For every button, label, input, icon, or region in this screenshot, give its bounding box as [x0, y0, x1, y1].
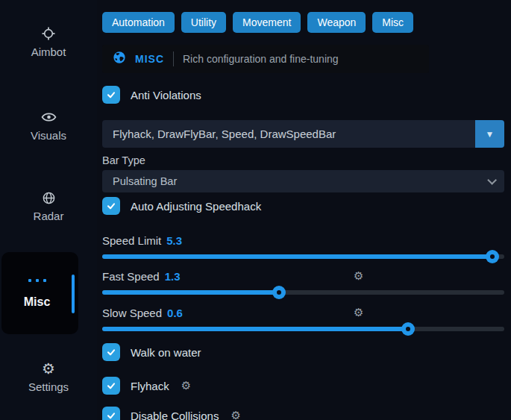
slider-value: 0.6: [167, 307, 183, 319]
ellipsis-icon: [1, 279, 72, 282]
slider-thumb[interactable]: [272, 286, 286, 299]
gear-icon[interactable]: ⚙: [181, 379, 191, 392]
category-tabs: Automation Utility Movement Weapon Misc: [102, 12, 504, 33]
gear-icon[interactable]: ⚙: [231, 409, 240, 420]
checkbox-label: Auto Adjusting Speedhack: [131, 200, 261, 213]
bar-type-label: Bar Type: [102, 154, 504, 166]
feature-multiselect: Flyhack, DrawFlyBar, Speed, DrawSpeedBar…: [102, 120, 504, 148]
slider-fill: [102, 254, 492, 259]
active-indicator-bar: [72, 275, 75, 313]
tab-weapon[interactable]: Weapon: [307, 12, 366, 33]
anti-violations-checkbox[interactable]: [102, 86, 120, 104]
sidebar-item-label: Settings: [0, 380, 97, 393]
speed-limit-slider[interactable]: [102, 254, 504, 259]
fast-speed-slider[interactable]: [102, 290, 504, 295]
tab-utility[interactable]: Utility: [181, 12, 226, 33]
main-panel: Automation Utility Movement Weapon Misc …: [97, 0, 511, 420]
disable-collisions-checkbox[interactable]: [102, 407, 120, 420]
flyhack-row: Flyhack ⚙: [102, 377, 504, 395]
check-icon: [105, 89, 117, 101]
eye-icon: [0, 109, 97, 125]
slider-thumb[interactable]: [401, 322, 415, 336]
sidebar-item-visuals[interactable]: Visuals: [0, 109, 97, 142]
section-title: MISC: [135, 53, 164, 65]
triangle-down-icon: ▼: [486, 129, 495, 140]
slider-fill: [102, 290, 279, 295]
sidebar-item-misc-active[interactable]: Misc: [1, 252, 78, 334]
checkbox-label: Disable Collisions: [131, 410, 219, 420]
tab-automation[interactable]: Automation: [102, 12, 175, 33]
crosshair-icon: [0, 25, 97, 42]
section-header: MISC Rich configuration and fine-tuning: [102, 45, 429, 73]
slider-fill: [102, 327, 408, 331]
gear-icon[interactable]: ⚙: [354, 269, 363, 283]
tab-movement[interactable]: Movement: [233, 12, 301, 33]
check-icon: [105, 346, 117, 358]
slider-label: Fast Speed: [102, 270, 160, 283]
fast-speed-header: Fast Speed 1.3 ⚙: [102, 269, 504, 283]
slow-speed-header: Slow Speed 0.6 ⚙: [102, 305, 504, 320]
checkbox-label: Flyhack: [131, 380, 169, 392]
sidebar-item-label: Misc: [1, 295, 72, 309]
tab-misc[interactable]: Misc: [372, 12, 413, 33]
divider: [173, 51, 174, 66]
check-icon: [105, 200, 117, 212]
chevron-down-icon: [487, 175, 497, 185]
check-icon: [105, 410, 117, 420]
gear-icon: ⚙: [0, 360, 97, 377]
sidebar-item-radar[interactable]: Radar: [0, 189, 97, 222]
select-value: Pulsating Bar: [113, 175, 177, 187]
globe-icon: [0, 189, 97, 206]
sidebar-item-label: Visuals: [0, 129, 97, 142]
speed-limit-header: Speed Limit 5.3: [102, 233, 504, 248]
disable-collisions-row: Disable Collisions ⚙: [102, 407, 504, 420]
gear-icon[interactable]: ⚙: [354, 306, 363, 319]
sidebar-item-label: Aimbot: [0, 46, 97, 58]
bar-type-select[interactable]: Pulsating Bar: [102, 170, 504, 192]
sidebar: Aimbot Visuals Radar Misc ⚙ Settings: [0, 0, 97, 420]
slider-thumb[interactable]: [486, 250, 499, 263]
slider-label: Slow Speed: [102, 307, 162, 319]
auto-adjusting-checkbox[interactable]: [102, 197, 120, 215]
section-subtitle: Rich configuration and fine-tuning: [183, 53, 339, 65]
multiselect-dropdown-button[interactable]: ▼: [475, 120, 504, 148]
walk-on-water-row: Walk on water: [102, 343, 504, 361]
flyhack-checkbox[interactable]: [102, 377, 120, 395]
slider-value: 5.3: [166, 234, 182, 247]
slider-label: Speed Limit: [102, 234, 161, 247]
sidebar-item-settings[interactable]: ⚙ Settings: [0, 360, 97, 393]
slow-speed-slider[interactable]: [102, 327, 504, 331]
check-icon: [105, 380, 117, 392]
anti-violations-row: Anti Violations: [102, 86, 504, 104]
checkbox-label: Anti Violations: [131, 89, 201, 101]
sidebar-item-aimbot[interactable]: Aimbot: [0, 25, 97, 58]
sidebar-item-label: Radar: [0, 210, 97, 222]
checkbox-label: Walk on water: [131, 346, 201, 359]
auto-adjusting-row: Auto Adjusting Speedhack: [102, 197, 504, 215]
slider-value: 1.3: [165, 270, 181, 283]
globe-icon: [113, 51, 126, 67]
walk-on-water-checkbox[interactable]: [102, 343, 120, 361]
multiselect-value[interactable]: Flyhack, DrawFlyBar, Speed, DrawSpeedBar: [102, 120, 475, 148]
